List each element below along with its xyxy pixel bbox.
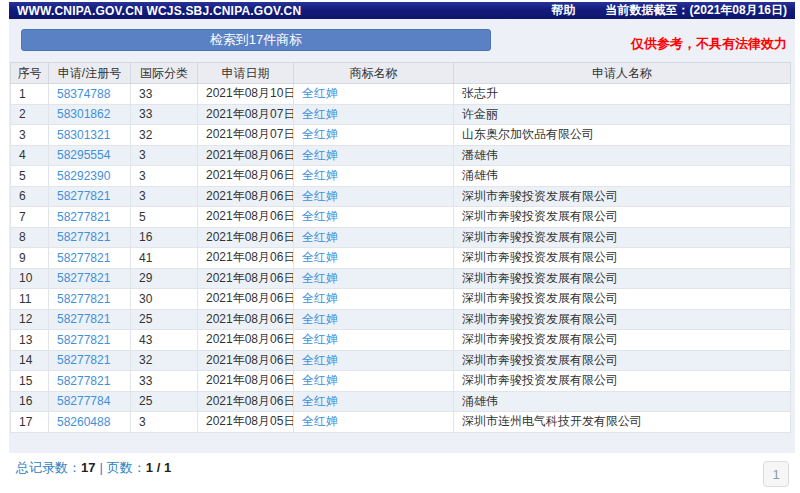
mark-name-link[interactable]: 全红婵	[302, 353, 338, 367]
cell-intl-class: 3	[131, 145, 198, 166]
reg-no-link[interactable]: 58277821	[57, 230, 110, 244]
table-row: 10 58277821 29 2021年08月06日 全红婵 深圳市奔骏投资发展…	[11, 268, 791, 289]
cell-mark: 全红婵	[294, 186, 454, 207]
cell-mark: 全红婵	[294, 166, 454, 187]
cell-serial: 1	[11, 84, 49, 105]
mark-name-link[interactable]: 全红婵	[302, 271, 338, 285]
mark-name-link[interactable]: 全红婵	[302, 168, 338, 182]
cell-date: 2021年08月06日	[198, 309, 294, 330]
cell-reg-no: 58277821	[49, 309, 131, 330]
pages-value: 1 / 1	[146, 460, 171, 475]
cell-serial: 9	[11, 248, 49, 269]
cell-applicant: 深圳市奔骏投资发展有限公司	[454, 207, 791, 228]
column-header-2: 国际分类	[131, 63, 198, 84]
reg-no-link[interactable]: 58277821	[57, 271, 110, 285]
reg-no-link[interactable]: 58260488	[57, 415, 110, 429]
cell-applicant: 深圳市奔骏投资发展有限公司	[454, 248, 791, 269]
cell-intl-class: 43	[131, 330, 198, 351]
record-summary: 总记录数：17|页数：1 / 1	[16, 459, 171, 477]
cell-date: 2021年08月06日	[198, 289, 294, 310]
cell-intl-class: 30	[131, 289, 198, 310]
reg-no-link[interactable]: 58301862	[57, 107, 110, 121]
cell-mark: 全红婵	[294, 391, 454, 412]
cell-date: 2021年08月10日	[198, 84, 294, 105]
cell-intl-class: 25	[131, 309, 198, 330]
result-count-button[interactable]: 检索到17件商标	[21, 29, 491, 51]
reg-no-link[interactable]: 58277821	[57, 312, 110, 326]
cell-date: 2021年08月06日	[198, 248, 294, 269]
cell-applicant: 深圳市奔骏投资发展有限公司	[454, 350, 791, 371]
table-row: 13 58277821 43 2021年08月06日 全红婵 深圳市奔骏投资发展…	[11, 330, 791, 351]
cell-date: 2021年08月06日	[198, 186, 294, 207]
cell-reg-no: 58277821	[49, 227, 131, 248]
mark-name-link[interactable]: 全红婵	[302, 209, 338, 223]
cell-serial: 12	[11, 309, 49, 330]
mark-name-link[interactable]: 全红婵	[302, 250, 338, 264]
table-row: 5 58292390 3 2021年08月06日 全红婵 涌雄伟	[11, 166, 791, 187]
mark-name-link[interactable]: 全红婵	[302, 414, 338, 428]
mark-name-link[interactable]: 全红婵	[302, 373, 338, 387]
reg-no-link[interactable]: 58277821	[57, 189, 110, 203]
table-row: 3 58301321 32 2021年08月07日 全红婵 山东奥尔加饮品有限公…	[11, 125, 791, 146]
cell-reg-no: 58277821	[49, 371, 131, 392]
reg-no-link[interactable]: 58374788	[57, 87, 110, 101]
cell-reg-no: 58260488	[49, 412, 131, 433]
cell-date: 2021年08月06日	[198, 350, 294, 371]
cell-date: 2021年08月06日	[198, 330, 294, 351]
table-row: 11 58277821 30 2021年08月06日 全红婵 深圳市奔骏投资发展…	[11, 289, 791, 310]
cell-applicant: 深圳市奔骏投资发展有限公司	[454, 268, 791, 289]
cell-serial: 8	[11, 227, 49, 248]
table-row: 2 58301862 33 2021年08月07日 全红婵 许金丽	[11, 104, 791, 125]
cell-serial: 15	[11, 371, 49, 392]
help-link[interactable]: 帮助	[552, 2, 576, 19]
cell-intl-class: 32	[131, 350, 198, 371]
reg-no-link[interactable]: 58277784	[57, 394, 110, 408]
mark-name-link[interactable]: 全红婵	[302, 107, 338, 121]
reg-no-link[interactable]: 58301321	[57, 128, 110, 142]
total-records-value: 17	[81, 460, 95, 475]
cell-mark: 全红婵	[294, 248, 454, 269]
reg-no-link[interactable]: 58295554	[57, 148, 110, 162]
mark-name-link[interactable]: 全红婵	[302, 189, 338, 203]
cell-mark: 全红婵	[294, 125, 454, 146]
cell-intl-class: 33	[131, 84, 198, 105]
cell-intl-class: 3	[131, 412, 198, 433]
reg-no-link[interactable]: 58277821	[57, 353, 110, 367]
cell-reg-no: 58301321	[49, 125, 131, 146]
mark-name-link[interactable]: 全红婵	[302, 291, 338, 305]
mark-name-link[interactable]: 全红婵	[302, 148, 338, 162]
cell-reg-no: 58301862	[49, 104, 131, 125]
cell-reg-no: 58277821	[49, 289, 131, 310]
page-number-button[interactable]: 1	[763, 461, 789, 487]
cell-intl-class: 33	[131, 104, 198, 125]
reg-no-link[interactable]: 58277821	[57, 374, 110, 388]
cell-reg-no: 58277821	[49, 207, 131, 228]
cell-date: 2021年08月05日	[198, 412, 294, 433]
mark-name-link[interactable]: 全红婵	[302, 86, 338, 100]
cell-applicant: 深圳市奔骏投资发展有限公司	[454, 227, 791, 248]
reg-no-link[interactable]: 58277821	[57, 210, 110, 224]
mark-name-link[interactable]: 全红婵	[302, 332, 338, 346]
reg-no-link[interactable]: 58277821	[57, 251, 110, 265]
cell-intl-class: 33	[131, 371, 198, 392]
mark-name-link[interactable]: 全红婵	[302, 230, 338, 244]
data-cutoff-label: 当前数据截至：(2021年08月16日)	[606, 2, 787, 19]
cell-mark: 全红婵	[294, 104, 454, 125]
reg-no-link[interactable]: 58277821	[57, 292, 110, 306]
reg-no-link[interactable]: 58292390	[57, 169, 110, 183]
cell-serial: 6	[11, 186, 49, 207]
table-row: 7 58277821 5 2021年08月06日 全红婵 深圳市奔骏投资发展有限…	[11, 207, 791, 228]
mark-name-link[interactable]: 全红婵	[302, 312, 338, 326]
summary-separator: |	[99, 460, 102, 475]
cell-reg-no: 58277821	[49, 248, 131, 269]
cell-serial: 5	[11, 166, 49, 187]
mark-name-link[interactable]: 全红婵	[302, 394, 338, 408]
table-row: 14 58277821 32 2021年08月06日 全红婵 深圳市奔骏投资发展…	[11, 350, 791, 371]
cell-applicant: 深圳市奔骏投资发展有限公司	[454, 330, 791, 351]
header-row: 序号申请/注册号国际分类申请日期商标名称申请人名称	[11, 63, 791, 84]
cell-date: 2021年08月06日	[198, 268, 294, 289]
mark-name-link[interactable]: 全红婵	[302, 127, 338, 141]
site-url-title: WWW.CNIPA.GOV.CN WCJS.SBJ.CNIPA.GOV.CN	[17, 4, 301, 18]
reg-no-link[interactable]: 58277821	[57, 333, 110, 347]
cell-mark: 全红婵	[294, 371, 454, 392]
